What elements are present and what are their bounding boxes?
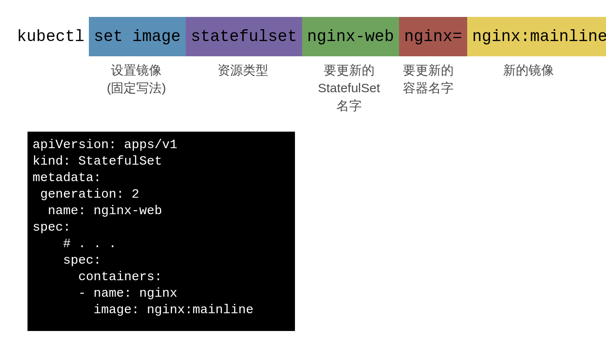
labels-row: kubectl 设置镜像(固定写法) 资源类型 要更新的StatefulSet名… (17, 61, 598, 115)
segment-container-name: nginx= (399, 17, 467, 56)
label-resource-name: 要更新的StatefulSet名字 (301, 61, 397, 115)
segment-resource-type: statefulset (186, 17, 302, 56)
label-resource-type: 资源类型 (184, 61, 301, 115)
command-prefix: kubectl (17, 17, 89, 56)
segment-set-image: set image (89, 17, 186, 56)
segment-resource-name: nginx-web (302, 17, 399, 56)
yaml-output: apiVersion: apps/v1 kind: StatefulSet me… (28, 132, 295, 331)
label-set-image: 设置镜像(固定写法) (89, 61, 184, 115)
command-row: kubectl set image statefulset nginx-web … (17, 17, 598, 56)
label-new-image: 新的镜像 (460, 61, 598, 115)
segment-new-image: nginx:mainline (467, 17, 606, 56)
label-container-name: 要更新的容器名字 (397, 61, 459, 115)
